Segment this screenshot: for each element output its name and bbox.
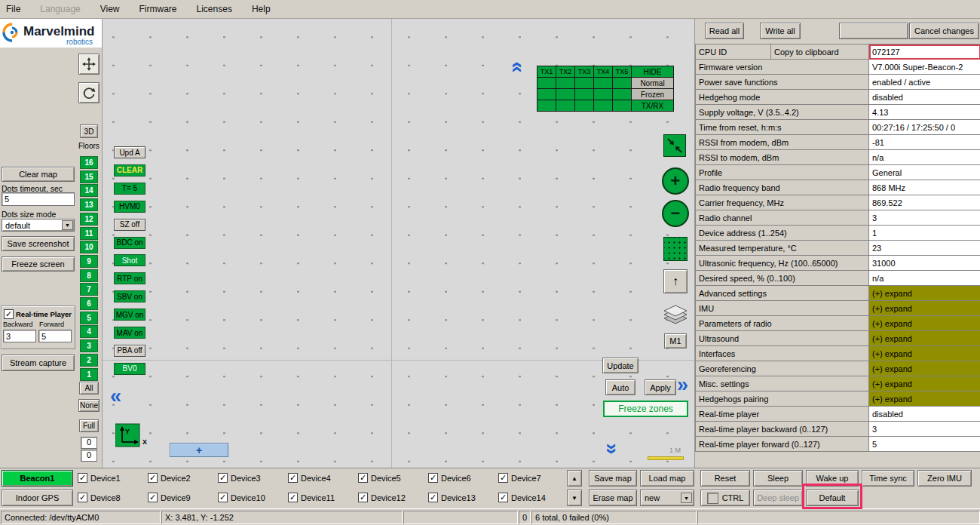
param-value-ultrasonic-frequency-hz-100-65000[interactable]: 31000 xyxy=(869,256,980,271)
device11-checkbox[interactable]: ✓ xyxy=(288,493,298,502)
menu-licenses[interactable]: Licenses xyxy=(197,4,232,14)
device4-checkbox[interactable]: ✓ xyxy=(288,473,298,483)
write-all-button[interactable]: Write all xyxy=(760,23,801,39)
device7-checkbox[interactable]: ✓ xyxy=(498,473,508,483)
zoom-out-button[interactable]: − xyxy=(662,200,689,227)
device14-checkbox[interactable]: ✓ xyxy=(498,493,508,502)
save-map-button[interactable]: Save map xyxy=(589,470,637,487)
tx-header-tx4[interactable]: TX4 xyxy=(593,66,613,78)
tx-header-tx2[interactable]: TX2 xyxy=(556,66,575,78)
floor-3-button[interactable]: 3 xyxy=(80,339,98,352)
dots-timeout-input[interactable] xyxy=(2,192,75,206)
rotate-tool-button[interactable] xyxy=(78,82,100,103)
stream-capture-button[interactable]: Stream capture xyxy=(2,355,75,371)
floors-all-button[interactable]: All xyxy=(79,382,99,395)
floor-10-button[interactable]: 10 xyxy=(80,241,98,253)
param-value-hedgehog-mode[interactable]: disabled xyxy=(869,90,980,105)
time-sync-button[interactable]: Time sync xyxy=(862,470,914,487)
floors-full-button[interactable]: Full xyxy=(79,419,99,432)
chevron-down-icon[interactable]: ▼ xyxy=(681,493,692,503)
tx-tx-rx-button[interactable]: TX/RX xyxy=(631,100,674,112)
scroll-right-icon[interactable]: » xyxy=(677,376,688,394)
save-screenshot-button[interactable]: Save screenshot xyxy=(2,236,75,251)
device5-checkbox[interactable]: ✓ xyxy=(358,473,368,483)
expand-parameters-of-radio[interactable]: (+) expand xyxy=(869,316,980,331)
param-value-real-time-player-backward-0-127[interactable]: 3 xyxy=(869,422,980,437)
param-value-profile[interactable]: General xyxy=(869,165,980,180)
device12-checkbox[interactable]: ✓ xyxy=(358,493,368,502)
param-value-supply-voltage-v-3-5-4-2[interactable]: 4.13 xyxy=(869,105,980,120)
map-tool-clear-button[interactable]: CLEAR xyxy=(114,164,145,177)
erase-map-button[interactable]: Erase map xyxy=(589,490,637,506)
dots-mode-button[interactable] xyxy=(663,237,688,261)
device6-checkbox[interactable]: ✓ xyxy=(428,473,438,483)
scroll-left-icon[interactable]: « xyxy=(110,387,121,405)
floor-9-button[interactable]: 9 xyxy=(80,255,98,268)
copy-to-clipboard-button[interactable]: Copy to clipboard xyxy=(771,45,869,60)
param-value-cpu-id[interactable]: 072127 xyxy=(869,45,980,60)
read-all-button[interactable]: Read all xyxy=(705,23,744,39)
device10-checkbox[interactable]: ✓ xyxy=(218,493,228,502)
menu-firmware[interactable]: Firmware xyxy=(139,4,177,14)
menu-file[interactable]: File xyxy=(6,4,20,14)
floor-12-button[interactable]: 12 xyxy=(80,213,98,226)
floor-4-button[interactable]: 4 xyxy=(80,325,98,338)
m1-button[interactable]: M1 xyxy=(664,333,687,348)
expand-imu[interactable]: (+) expand xyxy=(869,301,980,316)
add-submap-button[interactable]: + xyxy=(170,443,228,457)
param-value-real-time-player[interactable]: disabled xyxy=(869,407,980,422)
tx-header-tx5[interactable]: TX5 xyxy=(612,66,632,78)
device3-checkbox[interactable]: ✓ xyxy=(218,473,228,483)
map-tool-mav-on-button[interactable]: MAV on xyxy=(114,327,145,339)
tx-frozen-button[interactable]: Frozen xyxy=(631,88,674,100)
param-value-firmware-version[interactable]: V7.000i Super-Beacon-2 xyxy=(869,60,980,75)
fit-to-screen-button[interactable] xyxy=(663,134,686,157)
backward-input[interactable] xyxy=(3,330,36,342)
param-value-real-time-player-forward-0-127[interactable]: 5 xyxy=(869,437,980,452)
param-value-measured-temperature-c[interactable]: 23 xyxy=(869,241,980,256)
floor-5-button[interactable]: 5 xyxy=(80,312,98,324)
arrow-up-button[interactable]: ↑ xyxy=(663,269,688,293)
param-value-power-save-functions[interactable]: enabled / active xyxy=(869,75,980,90)
apply-button[interactable]: Apply xyxy=(645,379,676,395)
device-list-down-button[interactable]: ▼ xyxy=(567,490,582,506)
tx-header-tx1[interactable]: TX1 xyxy=(537,66,556,78)
param-value-desired-speed-0-100[interactable]: n/a xyxy=(869,271,980,286)
pan-tool-button[interactable] xyxy=(78,54,100,75)
map-tool-sbv-on-button[interactable]: SBV on xyxy=(114,290,145,302)
freeze-screen-button[interactable]: Freeze screen xyxy=(2,256,75,272)
load-map-button[interactable]: Load map xyxy=(640,470,694,487)
map-tool-pba-off-button[interactable]: PBA off xyxy=(114,345,145,357)
update-button[interactable]: Update xyxy=(602,358,639,373)
map-tool-bdc-on-button[interactable]: BDC on xyxy=(114,237,145,249)
floor-2-button[interactable]: 2 xyxy=(80,354,98,367)
auto-button[interactable]: Auto xyxy=(605,379,635,395)
floor-1-button[interactable]: 1 xyxy=(80,368,98,381)
tx-header-tx3[interactable]: TX3 xyxy=(574,66,594,78)
floor-15-button[interactable]: 15 xyxy=(80,170,98,183)
floor-13-button[interactable]: 13 xyxy=(80,198,98,211)
menu-help[interactable]: Help xyxy=(252,4,271,14)
map-tool-t-5-button[interactable]: T= 5 xyxy=(114,183,145,195)
layers-icon[interactable] xyxy=(661,304,690,327)
unlabeled-button[interactable] xyxy=(839,23,908,39)
3d-view-button[interactable]: 3D xyxy=(80,124,98,138)
expand-misc-settings[interactable]: (+) expand xyxy=(869,376,980,391)
map-tool-shot-button[interactable]: Shot xyxy=(114,254,145,266)
device1-checkbox[interactable]: ✓ xyxy=(78,473,87,483)
tx-hide-button[interactable]: HIDE xyxy=(631,66,674,78)
zoom-in-button[interactable]: + xyxy=(662,167,689,195)
param-value-time-from-reset-h-m-s[interactable]: 00:27:16 / 17:25:50 / 0 xyxy=(869,120,980,135)
sleep-button[interactable]: Sleep xyxy=(753,470,803,487)
cancel-changes-button[interactable]: Cancel changes xyxy=(909,23,979,39)
device8-checkbox[interactable]: ✓ xyxy=(78,493,87,502)
ctrl-checkbox[interactable] xyxy=(707,493,718,504)
map-tool-rtp-on-button[interactable]: RTP on xyxy=(114,272,145,284)
expand-hedgehogs-pairing[interactable]: (+) expand xyxy=(869,391,980,407)
device-list-up-button[interactable]: ▲ xyxy=(567,470,582,487)
default-button[interactable]: Default xyxy=(806,490,859,506)
floor-14-button[interactable]: 14 xyxy=(80,184,98,197)
param-value-radio-frequency-band[interactable]: 868 MHz xyxy=(869,180,980,195)
realtime-player-checkbox[interactable]: ✓ xyxy=(4,309,14,319)
map-canvas[interactable]: « « « » Upd ACLEART= 5HVM0SZ offBDC onSh… xyxy=(102,19,695,468)
